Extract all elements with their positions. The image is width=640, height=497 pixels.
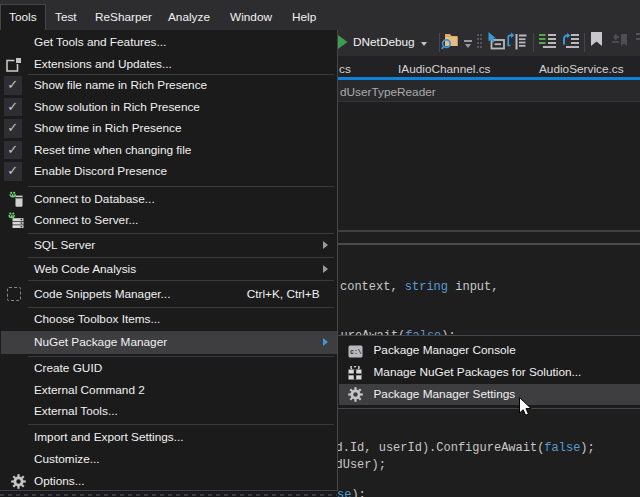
server-icon <box>5 212 25 232</box>
menu-item-enable-discord[interactable]: ✓Enable Discord Presence <box>1 161 337 183</box>
submenu-item-label: Manage NuGet Packages for Solution... <box>374 365 582 379</box>
submenu-item-pm-settings[interactable]: Package Manager Settings <box>339 384 640 406</box>
menu-item-label: Get Tools and Features... <box>34 35 166 49</box>
menu-item-label: SQL Server <box>34 238 95 252</box>
uncomment-icon[interactable] <box>562 33 580 50</box>
menu-item-sql-server[interactable]: SQL Server <box>1 234 337 256</box>
menu-item-get-tools[interactable]: Get Tools and Features... <box>1 32 337 54</box>
code-text: dUser); <box>336 458 386 472</box>
code-line: d.Id, userId).ConfigureAwait(false); <box>336 440 595 456</box>
navigate-forward-icon[interactable] <box>506 32 527 50</box>
menu-item-nuget[interactable]: NuGet Package Manager <box>1 331 337 354</box>
menubar-item-analyze[interactable]: Analyze <box>168 5 210 30</box>
checkmark-icon: ✓ <box>4 76 23 95</box>
menu-item-show-file-name[interactable]: ✓Show file name in Rich Presence <box>1 75 337 97</box>
menu-item-label: Create GUID <box>34 361 102 375</box>
menu-item-show-solution[interactable]: ✓Show solution in Rich Presence <box>1 96 337 118</box>
svg-text:c:\: c:\ <box>350 349 362 356</box>
menubar-item-resharper[interactable]: ReSharper <box>95 5 152 30</box>
menu-item-label: Web Code Analysis <box>34 262 136 276</box>
menu-item-label: Connect to Server... <box>34 213 138 227</box>
code-line: context, string input, <box>340 279 498 295</box>
find-options-chevron-icon[interactable] <box>465 44 471 48</box>
navigate-backward-icon[interactable] <box>487 32 508 50</box>
menu-item-label: Show time in Rich Presence <box>34 121 182 135</box>
database-icon <box>4 191 24 211</box>
editor-splitter-line <box>338 230 640 232</box>
menu-bar: ToolsTestReSharperAnalyzeWindowHelp <box>0 0 640 30</box>
gear-icon <box>11 474 26 493</box>
menu-item-code-snippets[interactable]: Code Snippets Manager...Ctrl+K, Ctrl+B <box>1 283 337 305</box>
submenu-arrow-icon <box>323 338 328 346</box>
dashed-pattern <box>0 494 337 497</box>
menubar-item-help[interactable]: Help <box>292 5 316 30</box>
code-line: se); <box>337 487 366 497</box>
menu-item-customize[interactable]: Customize... <box>1 448 337 470</box>
menu-item-import-export[interactable]: Import and Export Settings... <box>1 427 337 449</box>
menu-item-external-cmd2[interactable]: External Command 2 <box>1 379 337 401</box>
code-text: ); <box>580 441 594 455</box>
menu-item-label: External Tools... <box>34 404 118 418</box>
tools-menu: Get Tools and Features...Extensions and … <box>0 30 338 491</box>
submenu-item-pm-manage[interactable]: Manage NuGet Packages for Solution... <box>339 362 640 384</box>
breadcrumb-item[interactable]: dUserTypeReader <box>340 85 436 99</box>
submenu-item-pm-console[interactable]: c:\Package Manager Console <box>339 340 640 362</box>
code-keyword: string <box>405 280 448 294</box>
menu-item-label: Extensions and Updates... <box>34 57 172 71</box>
menu-separator <box>28 424 334 425</box>
menu-separator <box>28 186 334 187</box>
comment-icon[interactable] <box>539 33 557 50</box>
bookmark-icon[interactable] <box>590 32 603 47</box>
code-line: dUser); <box>336 457 386 473</box>
run-target-label[interactable]: DNetDebug <box>353 35 415 49</box>
menu-item-label: Options... <box>34 474 85 488</box>
menu-item-label: Reset time when changing file <box>34 143 191 157</box>
previous-bookmark-icon[interactable] <box>612 32 628 47</box>
submenu-arrow-icon <box>323 265 328 273</box>
gear-icon <box>348 387 363 406</box>
find-options-line-icon[interactable] <box>464 40 472 42</box>
checkmark-icon: ✓ <box>4 119 23 138</box>
menubar-item-tools[interactable]: Tools <box>0 4 46 30</box>
menu-item-create-guid[interactable]: Create GUID <box>1 358 337 380</box>
vs-window: ToolsTestReSharperAnalyzeWindowHelp DNet… <box>0 0 640 497</box>
submenu-item-label: Package Manager Console <box>374 343 516 357</box>
start-debug-icon[interactable] <box>338 35 348 49</box>
extensions-icon <box>6 56 23 76</box>
menu-item-options[interactable]: Options... <box>1 470 337 492</box>
menu-item-connect-db[interactable]: Connect to Database... <box>1 188 337 210</box>
menu-item-reset-time[interactable]: ✓Reset time when changing file <box>1 139 337 161</box>
console-icon: c:\ <box>348 344 363 362</box>
find-in-files-icon[interactable] <box>441 31 461 50</box>
code-keyword: false <box>544 441 580 455</box>
menu-item-external-tools[interactable]: External Tools... <box>1 401 337 423</box>
code-text: context, <box>340 280 405 294</box>
checkmark-icon: ✓ <box>4 98 23 117</box>
mouse-cursor <box>519 397 533 417</box>
submenu-arrow-icon <box>323 241 328 249</box>
tab-hidden[interactable]: cs <box>339 62 351 76</box>
menu-item-choose-toolbox[interactable]: Choose Toolbox Items... <box>1 308 337 330</box>
tab-audioservice[interactable]: AudioService.cs <box>539 62 624 76</box>
menubar-item-test[interactable]: Test <box>55 5 77 30</box>
menu-item-label: Choose Toolbox Items... <box>34 312 160 326</box>
next-bookmark-icon[interactable] <box>636 33 640 43</box>
menu-item-label: Enable Discord Presence <box>34 164 167 178</box>
menu-separator <box>28 280 334 281</box>
menu-item-extensions[interactable]: Extensions and Updates... <box>1 53 337 75</box>
code-keyword: se <box>337 488 351 497</box>
menu-item-label: NuGet Package Manager <box>34 335 167 349</box>
menu-item-shortcut: Ctrl+K, Ctrl+B <box>247 287 320 301</box>
menu-item-web-code-analysis[interactable]: Web Code Analysis <box>1 258 337 280</box>
menu-item-label: Connect to Database... <box>34 192 155 206</box>
menu-separator <box>28 356 334 357</box>
menubar-item-window[interactable]: Window <box>230 5 272 30</box>
bottom-edge-strip <box>0 491 337 497</box>
toolbar-separator <box>439 33 440 52</box>
tab-iaudiochannel[interactable]: IAudioChannel.cs <box>398 62 490 76</box>
run-target-chevron-icon[interactable] <box>421 42 427 46</box>
menu-item-show-time[interactable]: ✓Show time in Rich Presence <box>1 118 337 140</box>
code-text: ); <box>351 488 365 497</box>
package-icon <box>348 366 362 384</box>
menu-item-connect-server[interactable]: Connect to Server... <box>1 210 337 232</box>
